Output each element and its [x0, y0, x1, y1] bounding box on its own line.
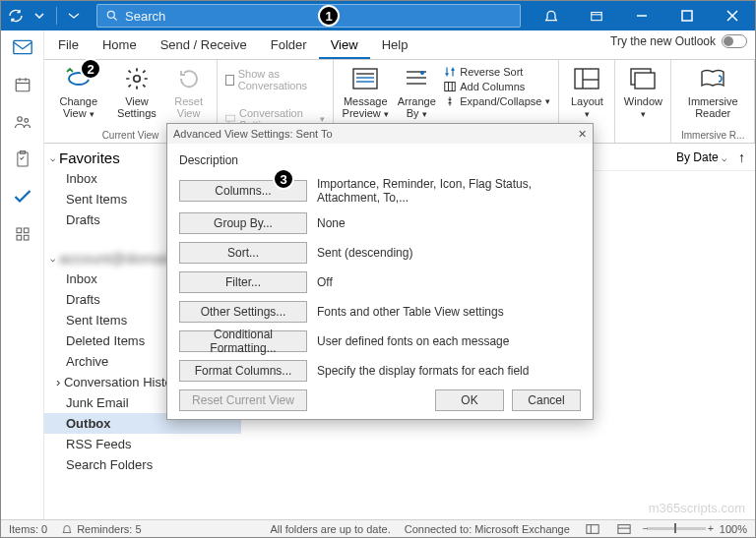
sort-by-date[interactable]: By Date ⌵ [676, 150, 726, 164]
minimize-button[interactable] [619, 1, 664, 30]
dialog-close-icon[interactable]: ✕ [578, 128, 587, 141]
svg-rect-5 [16, 80, 30, 91]
title-bar: Search [1, 1, 755, 30]
dialog-title: Advanced View Settings: Sent To [173, 128, 333, 140]
dropdown-icon[interactable] [31, 7, 48, 25]
svg-point-10 [24, 119, 28, 123]
status-reminders: Reminders: 5 [77, 523, 141, 535]
close-button[interactable] [710, 1, 755, 30]
svg-point-17 [134, 76, 141, 83]
format-columns-button[interactable]: Format Columns... [179, 360, 307, 382]
reset-current-view-button[interactable]: Reset Current View [179, 389, 307, 411]
svg-point-0 [107, 11, 114, 18]
status-uptodate: All folders are up to date. [270, 523, 390, 535]
other-settings-button[interactable]: Other Settings... [179, 301, 307, 323]
calendar-icon[interactable] [13, 76, 32, 93]
view-settings-button[interactable]: View Settings [113, 64, 161, 119]
svg-rect-1 [592, 13, 602, 21]
conditional-value: User defined fonts on each message [317, 334, 581, 348]
todo-icon[interactable] [13, 188, 32, 206]
filter-button[interactable]: Filter... [179, 271, 307, 293]
overflow-icon[interactable] [65, 7, 83, 25]
status-bar: Items: 0 Reminders: 5 All folders are up… [1, 519, 755, 537]
marker-1: 1 [318, 5, 340, 27]
svg-rect-27 [445, 83, 456, 91]
format-columns-value: Specify the display formats for each fie… [317, 364, 581, 378]
columns-value: Importance, Reminder, Icon, Flag Status,… [317, 177, 581, 205]
svg-rect-18 [225, 115, 234, 121]
svg-rect-14 [24, 228, 29, 233]
arrange-by-button[interactable]: Arrange By ▾ [397, 64, 436, 119]
filter-value: Off [317, 275, 581, 289]
tab-home[interactable]: Home [91, 30, 149, 59]
search-placeholder: Search [125, 9, 165, 24]
try-new-outlook[interactable]: Try the new Outlook [610, 34, 747, 48]
reset-view-button[interactable]: Reset View [168, 64, 209, 119]
tab-file[interactable]: File [46, 30, 91, 59]
nav-search-folders[interactable]: Search Folders [44, 454, 241, 475]
tab-send-receive[interactable]: Send / Receive [149, 30, 259, 59]
ribbon-tabs: File Home Send / Receive Folder View Hel… [1, 30, 755, 60]
group-by-button[interactable]: Group By... [179, 212, 307, 234]
svg-rect-35 [587, 524, 598, 533]
ok-button[interactable]: OK [435, 389, 504, 411]
message-preview-button[interactable]: Message Preview ▾ [342, 64, 389, 119]
show-as-conversations[interactable]: Show as Conversations [225, 68, 325, 91]
watermark: m365scripts.com [649, 501, 745, 515]
nav-rss[interactable]: RSS Feeds [44, 434, 241, 454]
mail-icon[interactable] [13, 38, 32, 56]
advanced-view-dialog: Advanced View Settings: Sent To ✕ Descri… [166, 123, 594, 420]
toggle-icon[interactable] [722, 34, 747, 48]
svg-rect-16 [24, 235, 29, 240]
tab-view[interactable]: View [319, 30, 370, 59]
marker-3: 3 [273, 168, 294, 190]
svg-rect-19 [353, 69, 377, 89]
tab-folder[interactable]: Folder [259, 30, 319, 59]
bell-icon[interactable] [529, 1, 574, 30]
add-columns[interactable]: Add Columns [444, 81, 550, 92]
group-by-value: None [317, 216, 581, 230]
cancel-button[interactable]: Cancel [512, 389, 581, 411]
sort-arrow-icon[interactable]: ↑ [738, 149, 745, 165]
sync-icon[interactable] [7, 7, 25, 25]
svg-rect-13 [17, 228, 22, 233]
dialog-description-label: Description [179, 149, 581, 171]
search-icon [105, 9, 119, 23]
status-items: Items: 0 [9, 523, 47, 535]
svg-rect-11 [17, 152, 27, 166]
svg-rect-15 [17, 235, 22, 240]
zoom-slider[interactable]: −+ [647, 527, 706, 530]
marker-2: 2 [80, 58, 101, 80]
left-rail [1, 30, 44, 519]
svg-rect-30 [575, 69, 598, 89]
status-connected: Connected to: Microsoft Exchange [405, 523, 570, 535]
svg-rect-34 [635, 73, 655, 89]
search-input[interactable]: Search [96, 4, 521, 28]
view-reading-icon[interactable] [615, 522, 633, 536]
immersive-reader-button[interactable]: Immersive Reader [679, 64, 746, 119]
expand-collapse[interactable]: Expand/Collapse ▾ [444, 95, 550, 107]
svg-rect-4 [13, 40, 31, 53]
window-button[interactable] [574, 1, 619, 30]
bell-status-icon [61, 523, 73, 535]
svg-point-9 [17, 117, 22, 122]
sort-value: Sent (descending) [317, 246, 581, 260]
tab-help[interactable]: Help [370, 30, 420, 59]
svg-point-26 [420, 71, 424, 75]
conditional-formatting-button[interactable]: Conditional Formatting... [179, 330, 307, 352]
layout-button[interactable]: Layout ▾ [567, 64, 606, 119]
maximize-button[interactable] [664, 1, 710, 30]
svg-rect-37 [618, 524, 630, 533]
window-ribbon-button[interactable]: Window ▾ [623, 64, 662, 119]
apps-icon[interactable] [13, 225, 32, 243]
sort-button[interactable]: Sort... [179, 242, 307, 264]
immersive-caption: Immersive R... [679, 128, 746, 141]
status-zoom: 100% [720, 523, 747, 535]
reverse-sort[interactable]: Reverse Sort [444, 66, 550, 78]
tasks-icon[interactable] [13, 150, 32, 168]
other-settings-value: Fonts and other Table View settings [317, 305, 581, 319]
svg-rect-3 [682, 11, 692, 21]
people-icon[interactable] [13, 113, 32, 131]
view-normal-icon[interactable] [584, 522, 601, 536]
